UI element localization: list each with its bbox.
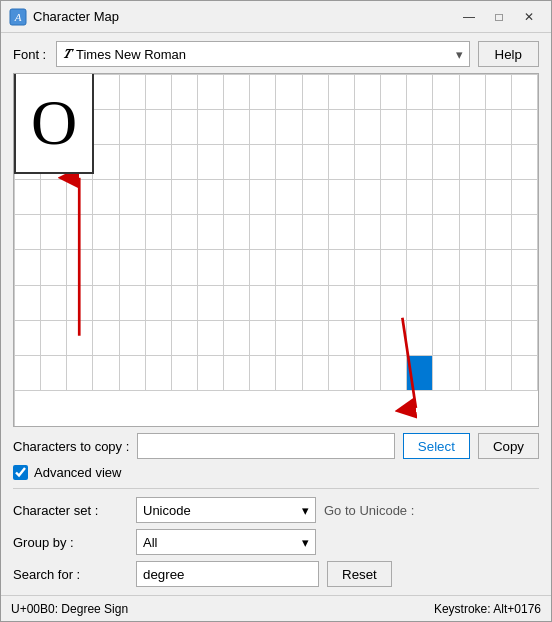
char-cell[interactable] [433, 250, 459, 285]
char-cell[interactable] [224, 180, 250, 215]
char-cell[interactable] [172, 180, 198, 215]
char-cell[interactable] [120, 250, 146, 285]
char-cell[interactable] [355, 215, 381, 250]
char-cell[interactable] [303, 75, 329, 110]
char-cell[interactable] [146, 321, 172, 356]
groupby-dropdown[interactable]: All ▾ [136, 529, 316, 555]
char-cell[interactable] [381, 356, 407, 391]
char-cell[interactable] [250, 250, 276, 285]
char-cell[interactable] [15, 250, 41, 285]
char-cell[interactable] [460, 145, 486, 180]
char-cell[interactable] [486, 75, 512, 110]
char-cell[interactable] [93, 250, 119, 285]
char-cell[interactable] [329, 215, 355, 250]
char-cell[interactable] [41, 356, 67, 391]
char-cell[interactable] [486, 250, 512, 285]
char-cell[interactable] [198, 110, 224, 145]
char-cell[interactable] [146, 110, 172, 145]
char-cell[interactable] [93, 215, 119, 250]
char-cell[interactable] [329, 75, 355, 110]
char-cell[interactable] [381, 215, 407, 250]
char-cell[interactable] [303, 180, 329, 215]
char-cell[interactable] [224, 110, 250, 145]
char-cell[interactable] [512, 250, 538, 285]
char-cell[interactable] [486, 286, 512, 321]
char-cell[interactable] [15, 180, 41, 215]
char-cell[interactable] [172, 356, 198, 391]
char-cell[interactable] [433, 145, 459, 180]
char-cell[interactable] [460, 286, 486, 321]
char-cell[interactable] [93, 321, 119, 356]
char-cell[interactable] [433, 321, 459, 356]
search-input[interactable] [136, 561, 319, 587]
char-cell[interactable] [460, 180, 486, 215]
char-cell[interactable] [460, 356, 486, 391]
char-cell[interactable] [433, 286, 459, 321]
char-cell[interactable] [198, 250, 224, 285]
char-cell[interactable] [329, 321, 355, 356]
char-cell[interactable] [276, 110, 302, 145]
char-cell[interactable] [67, 356, 93, 391]
char-cell[interactable] [355, 75, 381, 110]
char-cell[interactable] [224, 145, 250, 180]
char-cell[interactable] [381, 110, 407, 145]
chars-to-copy-input[interactable] [137, 433, 395, 459]
char-cell[interactable] [120, 215, 146, 250]
copy-button[interactable]: Copy [478, 433, 539, 459]
char-cell[interactable] [381, 75, 407, 110]
char-cell[interactable] [172, 215, 198, 250]
char-cell[interactable] [41, 321, 67, 356]
char-cell[interactable] [198, 180, 224, 215]
char-cell[interactable] [224, 356, 250, 391]
char-cell[interactable] [172, 250, 198, 285]
char-cell[interactable] [224, 75, 250, 110]
char-cell[interactable] [172, 75, 198, 110]
char-cell[interactable] [303, 356, 329, 391]
maximize-button[interactable]: □ [485, 6, 513, 28]
char-cell[interactable] [93, 180, 119, 215]
char-cell[interactable] [146, 215, 172, 250]
char-cell[interactable] [250, 215, 276, 250]
font-dropdown[interactable]: 𝑇 Times New Roman ▾ [56, 41, 470, 67]
char-cell[interactable] [224, 286, 250, 321]
char-cell[interactable] [407, 75, 433, 110]
char-cell[interactable] [250, 180, 276, 215]
char-cell[interactable] [93, 110, 119, 145]
character-grid-area[interactable]: O ℃ [13, 73, 539, 427]
char-cell[interactable] [67, 180, 93, 215]
char-cell[interactable] [120, 356, 146, 391]
char-cell[interactable] [250, 145, 276, 180]
char-cell[interactable] [276, 286, 302, 321]
char-cell[interactable] [381, 321, 407, 356]
char-cell[interactable] [381, 145, 407, 180]
char-cell[interactable] [512, 110, 538, 145]
char-cell[interactable] [433, 180, 459, 215]
char-cell[interactable] [460, 110, 486, 145]
char-cell[interactable] [276, 75, 302, 110]
char-cell[interactable] [355, 180, 381, 215]
char-cell[interactable] [15, 286, 41, 321]
char-cell[interactable] [407, 286, 433, 321]
char-cell[interactable] [198, 215, 224, 250]
char-cell[interactable] [198, 286, 224, 321]
char-cell[interactable] [146, 180, 172, 215]
char-cell[interactable] [120, 75, 146, 110]
char-cell[interactable] [512, 180, 538, 215]
char-cell[interactable] [41, 215, 67, 250]
char-cell[interactable] [120, 110, 146, 145]
select-button[interactable]: Select [403, 433, 470, 459]
char-cell[interactable] [172, 145, 198, 180]
char-cell[interactable] [172, 286, 198, 321]
help-button[interactable]: Help [478, 41, 539, 67]
char-cell[interactable] [146, 356, 172, 391]
char-cell[interactable] [15, 215, 41, 250]
char-cell[interactable] [460, 215, 486, 250]
char-cell[interactable] [303, 250, 329, 285]
char-cell[interactable] [329, 110, 355, 145]
advanced-view-checkbox[interactable] [13, 465, 28, 480]
char-cell[interactable] [198, 356, 224, 391]
char-cell[interactable] [329, 180, 355, 215]
char-cell[interactable] [355, 356, 381, 391]
char-cell[interactable] [120, 321, 146, 356]
char-cell[interactable] [512, 145, 538, 180]
